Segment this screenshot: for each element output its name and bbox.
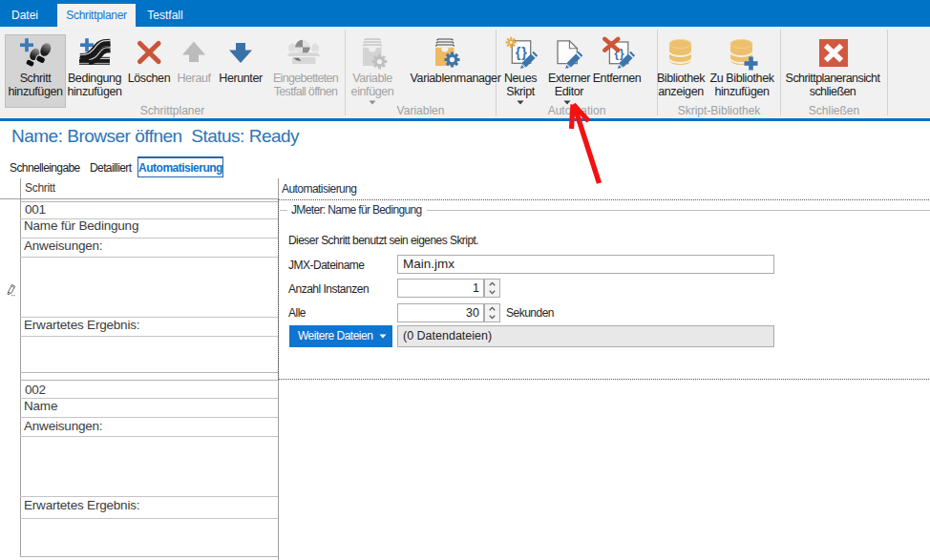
svg-text:{: { <box>516 45 521 60</box>
svg-text:}: } <box>620 47 624 60</box>
svg-text:}: } <box>521 45 527 60</box>
